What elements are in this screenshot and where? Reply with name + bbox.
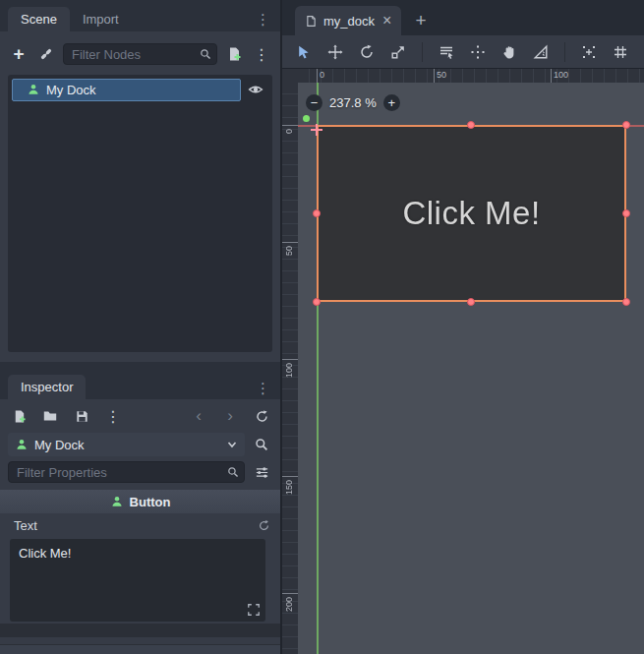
resource-menu-icon[interactable]: ⋮ <box>102 405 124 427</box>
new-scene-tab-button[interactable]: + <box>415 6 426 35</box>
partial-property-row <box>0 644 280 654</box>
grid-snap-icon[interactable] <box>613 44 628 60</box>
inspector-toolbar: ⋮ ‹ › <box>0 401 280 431</box>
ruler-number: 150 <box>284 480 294 495</box>
scene-tree: My Dock <box>8 75 272 352</box>
tree-selected-node[interactable]: My Dock <box>12 79 241 101</box>
ruler-tick <box>282 593 298 594</box>
ruler-corner <box>282 69 299 84</box>
history-forward-button[interactable]: › <box>219 405 241 427</box>
save-resource-button[interactable] <box>71 405 92 427</box>
handle-top-mid[interactable] <box>467 121 475 129</box>
tree-row[interactable]: My Dock <box>10 77 270 102</box>
attach-script-button[interactable] <box>223 43 245 65</box>
scene-tab-label: my_dock <box>323 14 375 29</box>
plus-icon: + <box>13 44 24 64</box>
ruler-tick <box>434 69 435 83</box>
search-icon <box>199 47 212 61</box>
pivot-tool-icon[interactable] <box>470 44 486 60</box>
scene-dock: Scene Import ⋮ + ⋮ <box>0 0 280 362</box>
horizontal-ruler: 0 50 100 <box>298 69 644 84</box>
inspected-object-label: My Dock <box>34 438 85 452</box>
ruler-number: 50 <box>437 70 446 80</box>
zoom-level-label[interactable]: 237.8 % <box>329 95 377 110</box>
filter-properties-input[interactable] <box>8 461 245 483</box>
smart-snap-icon[interactable] <box>581 44 597 60</box>
ruler-tick <box>282 476 298 477</box>
filter-properties-field <box>8 461 245 483</box>
doc-search-icon <box>254 437 269 452</box>
text-property-row: Text <box>0 513 280 537</box>
add-node-button[interactable]: + <box>8 43 29 65</box>
ruler-tick <box>282 125 298 126</box>
property-tools-button[interactable] <box>251 461 272 483</box>
new-resource-icon <box>12 409 27 424</box>
script-add-icon <box>226 46 242 62</box>
expand-icon[interactable] <box>247 603 261 617</box>
text-property-value: Click Me! <box>19 546 71 561</box>
list-select-icon[interactable] <box>439 44 454 60</box>
visibility-toggle-button[interactable] <box>241 82 270 97</box>
new-resource-button[interactable] <box>8 405 29 427</box>
inspector-menu-icon[interactable]: ⋮ <box>256 382 270 395</box>
handle-bottom-right[interactable] <box>622 298 630 306</box>
sliders-icon <box>255 465 269 480</box>
move-tool-icon[interactable] <box>327 44 343 60</box>
scene-tree-menu-icon[interactable]: ⋮ <box>251 43 272 65</box>
link-icon <box>38 46 54 62</box>
handle-right-mid[interactable] <box>622 209 630 217</box>
class-section-header[interactable]: Button <box>0 490 280 513</box>
selection-rectangle <box>317 125 626 302</box>
control-node-icon <box>15 438 29 451</box>
tab-scene[interactable]: Scene <box>8 7 70 31</box>
load-resource-button[interactable] <box>39 405 61 427</box>
inspected-object-select[interactable]: My Dock <box>8 433 245 456</box>
canvas-toolbar: ⋮ <box>282 35 644 69</box>
scene-icon <box>305 15 318 28</box>
scene-dock-toolbar: + ⋮ <box>8 39 272 69</box>
tab-import-label: Import <box>83 12 119 27</box>
handle-top-right[interactable] <box>622 121 630 129</box>
instance-scene-button[interactable] <box>35 43 57 65</box>
revert-icon[interactable] <box>258 519 270 532</box>
filter-nodes-input[interactable] <box>63 43 217 65</box>
pan-tool-icon[interactable] <box>501 44 517 60</box>
search-icon <box>226 465 240 479</box>
folder-icon <box>42 408 58 424</box>
zoom-in-button[interactable]: + <box>383 94 400 111</box>
toolbar-separator <box>564 42 565 62</box>
handle-left-mid[interactable] <box>313 209 321 217</box>
rotate-tool-icon[interactable] <box>359 44 375 60</box>
scale-tool-icon[interactable] <box>390 44 406 60</box>
toolbar-separator <box>422 42 423 62</box>
main-viewport: my_dock × + ⋮ 0 50 100 <box>280 0 644 654</box>
history-icon <box>255 409 269 424</box>
scene-dock-menu-icon[interactable]: ⋮ <box>256 13 270 27</box>
zoom-out-button[interactable]: − <box>306 94 322 111</box>
history-back-button[interactable]: ‹ <box>188 405 209 427</box>
save-icon <box>75 409 89 424</box>
scene-tab-my-dock[interactable]: my_dock × <box>295 6 401 35</box>
filter-nodes-field <box>63 43 217 65</box>
vertical-ruler: 0 50 100 150 200 <box>282 83 299 654</box>
chevron-right-icon: › <box>227 407 233 425</box>
handle-bottom-left[interactable] <box>313 298 321 306</box>
chevron-down-icon <box>226 439 238 450</box>
select-tool-icon[interactable] <box>296 44 312 60</box>
ruler-number: 100 <box>284 363 294 378</box>
chevron-left-icon: ‹ <box>196 407 202 425</box>
scene-dock-body: + ⋮ My Dock <box>0 31 280 362</box>
inspector-gap <box>0 624 280 637</box>
button-class-icon <box>110 495 124 508</box>
object-history-button[interactable] <box>251 405 272 427</box>
handle-bottom-mid[interactable] <box>467 298 475 306</box>
tab-import[interactable]: Import <box>70 7 132 31</box>
canvas-2d[interactable]: Click Me! − 237.8 % + <box>298 83 644 654</box>
open-docs-button[interactable] <box>251 434 272 455</box>
close-icon[interactable]: × <box>381 14 391 28</box>
zoom-controls: − 237.8 % + <box>306 94 400 111</box>
ruler-tool-icon[interactable] <box>533 44 549 60</box>
origin-marker-icon <box>303 115 310 122</box>
tab-inspector[interactable]: Inspector <box>8 375 86 399</box>
text-property-editor[interactable]: Click Me! <box>10 539 265 622</box>
